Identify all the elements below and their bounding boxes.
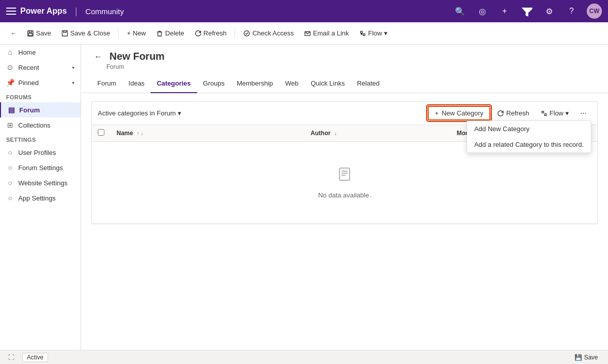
grid-flow-icon bbox=[541, 110, 548, 117]
delete-button[interactable]: Delete bbox=[152, 27, 188, 39]
save-button[interactable]: Save bbox=[23, 27, 55, 39]
grid-container: Active categories in Forum ▾ + New Categ… bbox=[81, 93, 608, 364]
sidebar-item-forum[interactable]: ▤ Forum bbox=[0, 102, 81, 117]
new-category-dropdown: Add New Category Add a related Category … bbox=[467, 120, 591, 153]
toolbar: ← Save Save & Close + New Delete Refresh… bbox=[0, 22, 608, 45]
save-label: Save bbox=[36, 29, 51, 37]
more-icon: ⋯ bbox=[580, 109, 587, 117]
target-icon[interactable]: ◎ bbox=[475, 4, 489, 18]
content-area: ← New Forum Forum Forum Ideas Categories… bbox=[81, 45, 608, 364]
email-icon bbox=[304, 30, 311, 37]
sidebar-item-recent-label: Recent bbox=[18, 64, 68, 71]
tabs-row: Forum Ideas Categories Groups Membership… bbox=[81, 74, 608, 93]
grid-refresh-button[interactable]: Refresh bbox=[492, 106, 534, 120]
home-icon: ⌂ bbox=[6, 48, 14, 56]
check-access-icon bbox=[243, 30, 250, 37]
tab-ideas[interactable]: Ideas bbox=[123, 74, 151, 93]
user-profiles-icon: ○ bbox=[6, 148, 14, 156]
dropdown-add-related[interactable]: Add a related Category to this record. bbox=[467, 137, 591, 152]
user-avatar[interactable]: CW bbox=[587, 4, 602, 19]
svg-rect-2 bbox=[29, 33, 32, 35]
sidebar-item-collections[interactable]: ⊞ Collections bbox=[0, 117, 81, 133]
pinned-icon: 📌 bbox=[6, 78, 14, 87]
sidebar-item-forum-settings[interactable]: ○ Forum Settings bbox=[0, 160, 81, 175]
status-expand-button[interactable]: ⛶ bbox=[6, 353, 16, 362]
back-button[interactable]: ← bbox=[6, 27, 21, 39]
tab-membership[interactable]: Membership bbox=[231, 74, 279, 93]
filter-icon[interactable] bbox=[520, 4, 534, 18]
new-label: New bbox=[133, 29, 146, 37]
tab-groups[interactable]: Groups bbox=[197, 74, 231, 93]
no-data-text: No data available. bbox=[318, 191, 371, 199]
sidebar-item-home-label: Home bbox=[18, 49, 74, 56]
grid-flow-chevron-icon: ▾ bbox=[565, 109, 569, 117]
recent-chevron-icon: ▾ bbox=[72, 65, 74, 70]
sidebar-item-website-settings[interactable]: ○ Website Settings bbox=[0, 175, 81, 190]
sidebar-item-app-settings[interactable]: ○ App Settings bbox=[0, 190, 81, 206]
grid-actions: + New Category Refresh Flow ▾ bbox=[428, 106, 591, 120]
sidebar-item-forum-settings-label: Forum Settings bbox=[18, 164, 74, 172]
page-header: ← New Forum Forum bbox=[81, 45, 608, 70]
grid-flow-button[interactable]: Flow ▾ bbox=[536, 106, 574, 120]
author-column-header[interactable]: Author ↓ bbox=[305, 125, 450, 142]
save-icon bbox=[27, 30, 34, 37]
save-close-label: Save & Close bbox=[70, 29, 110, 37]
sidebar-item-recent[interactable]: ⊙ Recent ▾ bbox=[0, 60, 81, 75]
flow-button[interactable]: Flow ▾ bbox=[355, 27, 392, 39]
check-access-label: Check Access bbox=[252, 29, 294, 37]
tab-related[interactable]: Related bbox=[351, 74, 386, 93]
sidebar-item-pinned[interactable]: 📌 Pinned ▾ bbox=[0, 75, 81, 90]
svg-rect-1 bbox=[29, 30, 31, 32]
tab-categories[interactable]: Categories bbox=[150, 74, 197, 93]
name-column-header[interactable]: Name ↑ ↓ bbox=[110, 125, 305, 142]
email-link-label: Email a Link bbox=[313, 29, 349, 37]
sidebar-item-user-profiles[interactable]: ○ User Profiles bbox=[0, 145, 81, 160]
new-icon: + bbox=[127, 29, 131, 37]
flow-chevron-icon: ▾ bbox=[384, 29, 388, 37]
new-category-label: New Category bbox=[442, 109, 483, 117]
grid-more-button[interactable]: ⋯ bbox=[576, 106, 591, 120]
filter-chevron-icon: ▾ bbox=[178, 109, 181, 117]
new-button[interactable]: + New bbox=[123, 27, 150, 39]
tab-web[interactable]: Web bbox=[279, 74, 305, 93]
flow-icon bbox=[359, 30, 366, 37]
check-access-button[interactable]: Check Access bbox=[239, 27, 298, 39]
svg-rect-5 bbox=[158, 32, 162, 36]
tab-quick-links[interactable]: Quick Links bbox=[305, 74, 351, 93]
sidebar-item-collections-label: Collections bbox=[18, 122, 74, 129]
settings-icon[interactable]: ⚙ bbox=[542, 4, 556, 18]
grid-flow-label: Flow bbox=[550, 109, 563, 117]
sidebar-item-pinned-label: Pinned bbox=[18, 79, 68, 87]
name-sort-icons: ↑ ↓ bbox=[137, 131, 143, 136]
select-all-checkbox[interactable] bbox=[98, 129, 104, 136]
add-icon[interactable]: + bbox=[498, 4, 512, 18]
search-icon[interactable]: 🔍 bbox=[453, 4, 467, 18]
grid-header-bar: Active categories in Forum ▾ + New Categ… bbox=[92, 102, 597, 125]
save-close-button[interactable]: Save & Close bbox=[57, 27, 115, 39]
status-badge: Active bbox=[22, 353, 48, 362]
page-title: New Forum bbox=[109, 51, 165, 62]
forum-settings-icon: ○ bbox=[6, 164, 14, 172]
hamburger-menu[interactable] bbox=[6, 6, 16, 16]
no-data-icon bbox=[336, 166, 353, 186]
collections-icon: ⊞ bbox=[6, 121, 14, 129]
help-icon[interactable]: ? bbox=[564, 4, 579, 18]
sidebar-item-forum-label: Forum bbox=[19, 106, 74, 114]
delete-label: Delete bbox=[165, 29, 184, 37]
sidebar-item-user-profiles-label: User Profiles bbox=[18, 149, 74, 156]
grid-filter-label: Active categories in Forum ▾ bbox=[98, 109, 424, 117]
sidebar-item-home[interactable]: ⌂ Home bbox=[0, 45, 81, 60]
tab-forum[interactable]: Forum bbox=[91, 74, 123, 93]
status-save-button[interactable]: 💾 Save bbox=[571, 353, 602, 362]
author-sort-icons: ↓ bbox=[334, 131, 337, 136]
back-arrow-icon: ← bbox=[10, 29, 17, 37]
page-back-button[interactable]: ← bbox=[91, 51, 105, 62]
forum-icon: ▤ bbox=[7, 106, 15, 114]
dropdown-add-new[interactable]: Add New Category bbox=[467, 121, 591, 137]
page-subtitle: Forum bbox=[106, 63, 598, 70]
refresh-icon bbox=[195, 30, 202, 37]
new-category-button[interactable]: + New Category bbox=[428, 106, 490, 120]
email-link-button[interactable]: Email a Link bbox=[300, 27, 353, 39]
refresh-button[interactable]: Refresh bbox=[191, 27, 231, 39]
top-nav: Power Apps | Community 🔍 ◎ + ⚙ ? CW bbox=[0, 0, 608, 22]
